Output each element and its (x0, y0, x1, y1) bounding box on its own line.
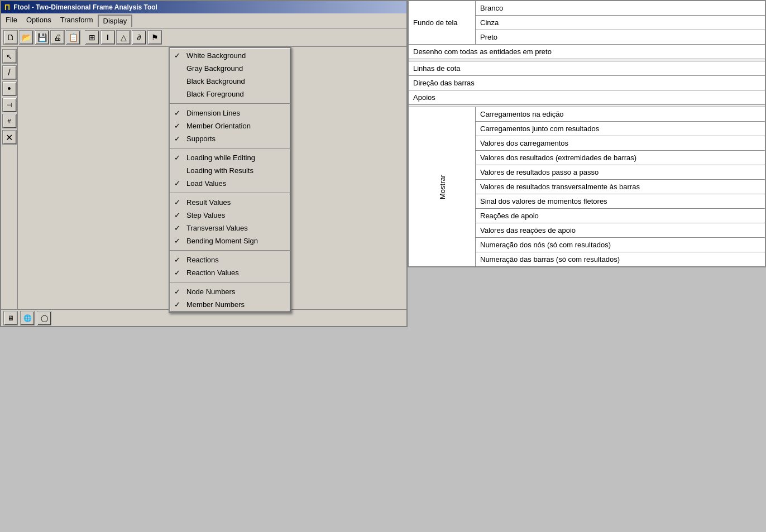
dim-check: ✓ (174, 109, 183, 117)
copy-button[interactable]: 📋 (66, 30, 80, 45)
member-numbers-item[interactable]: ✓ Member Numbers (170, 298, 290, 311)
member-orientation-item[interactable]: ✓ Member Orientation (170, 119, 290, 132)
reactions-check: ✓ (174, 256, 183, 264)
select-tool[interactable]: ↖ (2, 49, 17, 64)
member-num-label: Member Numbers (186, 300, 286, 309)
grid-tool[interactable]: # (2, 114, 17, 128)
node-num-check: ✓ (174, 287, 183, 296)
new-button[interactable]: 🗋 (3, 30, 18, 45)
loading-results-item[interactable]: Loading with Results (170, 164, 290, 177)
member-label: Member Orientation (186, 122, 286, 130)
trans-val-label: Transversal Values (186, 224, 286, 232)
valores-passo-cell: Valores de resultados passo a passo (476, 165, 765, 180)
menu-bar: File Options Transform Display (1, 13, 406, 28)
flag-button[interactable]: ⚑ (147, 30, 162, 45)
linhas-cota-cell: Linhas de cota (409, 61, 765, 76)
numbers-section: ✓ Node Numbers ✓ Member Numbers (170, 284, 290, 312)
numeracao-nos-cell: Numeração dos nós (só com resultados) (476, 238, 765, 252)
reactions-label: Reactions (186, 256, 286, 264)
dim-label: Dimension Lines (186, 109, 286, 117)
reactions-item[interactable]: ✓ Reactions (170, 253, 290, 266)
globe-btn[interactable]: 🌐 (20, 311, 35, 325)
black-foreground-item[interactable]: Black Foreground (170, 88, 290, 100)
member-num-check: ✓ (174, 300, 183, 309)
doc-table: Fundo de tela Branco Cinza Preto Desenho… (408, 1, 765, 267)
valores-carregamentos-cell: Valores dos carregamentos (476, 136, 765, 151)
valores-reacoes-cell: Valores das reações de apoio (476, 223, 765, 238)
transversal-values-item[interactable]: ✓ Transversal Values (170, 222, 290, 234)
canvas: ✓ White Background Gray Background Black… (18, 47, 406, 326)
point-tool[interactable]: • (2, 82, 17, 96)
toolbar: 🗋 📂 💾 🖨 📋 ⊞ I △ ∂ ⚑ (1, 28, 406, 47)
trans-val-check: ✓ (174, 224, 183, 232)
black-background-item[interactable]: Black Background (170, 75, 290, 88)
support-tool[interactable]: ⊣ (2, 98, 17, 112)
dimension-lines-item[interactable]: ✓ Dimension Lines (170, 107, 290, 119)
left-tools: ↖ / • ⊣ # ✕ (1, 47, 18, 326)
supports-label: Supports (186, 135, 286, 143)
step-values-item[interactable]: ✓ Step Values (170, 209, 290, 222)
divider-1 (170, 103, 290, 104)
black-bg-label: Black Background (186, 77, 286, 85)
monitor-btn[interactable]: 🖥 (3, 311, 18, 325)
loading-edit-label: Loading while Editing (186, 154, 286, 162)
direcao-barras-cell: Direção das barras (409, 76, 765, 90)
load-val-check: ✓ (174, 179, 183, 188)
reaction-values-item[interactable]: ✓ Reaction Values (170, 266, 290, 279)
white-bg-label: White Background (186, 51, 286, 60)
branco-cell: Branco (476, 1, 765, 16)
black-fg-label: Black Foreground (186, 90, 286, 98)
menu-file[interactable]: File (1, 15, 22, 27)
load-values-item[interactable]: ✓ Load Values (170, 177, 290, 190)
app-icon: Π (4, 3, 10, 12)
open-button[interactable]: 📂 (19, 30, 33, 45)
gray-background-item[interactable]: Gray Background (170, 62, 290, 75)
display-section: ✓ Dimension Lines ✓ Member Orientation ✓… (170, 106, 290, 146)
loading-edit-check: ✓ (174, 154, 183, 162)
sinal-momentos-cell: Sinal dos valores de momentos fletores (476, 194, 765, 209)
save-button[interactable]: 💾 (35, 30, 49, 45)
divider-3 (170, 193, 290, 193)
display-dropdown: ✓ White Background Gray Background Black… (169, 47, 291, 313)
result-val-label: Result Values (186, 198, 286, 207)
menu-options[interactable]: Options (22, 15, 56, 27)
bending-moment-item[interactable]: ✓ Bending Moment Sign (170, 234, 290, 247)
white-background-item[interactable]: ✓ White Background (170, 49, 290, 62)
result-values-item[interactable]: ✓ Result Values (170, 196, 290, 209)
member-check: ✓ (174, 122, 183, 130)
print-button[interactable]: 🖨 (50, 30, 65, 45)
curve-button[interactable]: ∂ (132, 30, 146, 45)
menu-transform[interactable]: Transform (56, 15, 98, 27)
divider-2 (170, 148, 290, 148)
node-numbers-item[interactable]: ✓ Node Numbers (170, 285, 290, 298)
supports-item[interactable]: ✓ Supports (170, 132, 290, 145)
triangle-button[interactable]: △ (116, 30, 131, 45)
circle-btn[interactable]: ◯ (37, 311, 51, 325)
cinza-cell: Cinza (476, 16, 765, 30)
valores-transversais-cell: Valores de resultados transversalmente à… (476, 180, 765, 194)
loading-res-label: Loading with Results (186, 166, 286, 175)
white-bg-check: ✓ (174, 51, 183, 60)
divider-5 (170, 282, 290, 282)
node-num-label: Node Numbers (186, 287, 286, 296)
table-row: Desenho com todas as entidades em preto (409, 45, 765, 59)
loading-editing-item[interactable]: ✓ Loading while Editing (170, 151, 290, 164)
bend-label: Bending Moment Sign (186, 237, 286, 245)
title-bar: Π Ftool - Two-Dimensional Frame Analysis… (1, 1, 406, 13)
delete-tool[interactable]: ✕ (2, 130, 17, 145)
apoios-cell: Apoios (409, 90, 765, 105)
table-row: Mostrar Carregamentos na edição (409, 107, 765, 122)
table-row: Linhas de cota (409, 61, 765, 76)
text-button[interactable]: I (100, 30, 115, 45)
grid-button[interactable]: ⊞ (85, 30, 99, 45)
line-tool[interactable]: / (2, 65, 17, 80)
gray-bg-label: Gray Background (186, 64, 286, 73)
reacoes-apoio-cell: Reações de apoio (476, 209, 765, 223)
valores-resultados-cell: Valores dos resultados (extremidades de … (476, 151, 765, 165)
step-val-label: Step Values (186, 211, 286, 219)
doc-panel: Fundo de tela Branco Cinza Preto Desenho… (408, 0, 766, 267)
preto-cell: Preto (476, 30, 765, 45)
content-area: ↖ / • ⊣ # ✕ ✓ White Background Gray Bac (1, 47, 406, 326)
menu-display[interactable]: Display (98, 15, 133, 27)
app-window: Π Ftool - Two-Dimensional Frame Analysis… (0, 0, 408, 327)
